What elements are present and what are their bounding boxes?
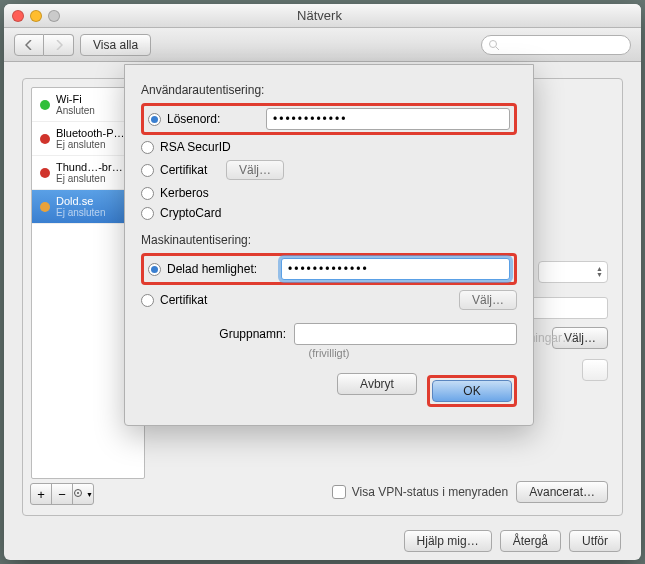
sidebar-controls: + − ▼ [31,483,94,505]
checkbox-label: Visa VPN-status i menyraden [352,485,509,499]
add-button[interactable]: + [30,483,52,505]
crypto-label: CryptoCard [160,206,221,220]
revert-button[interactable]: Återgå [500,530,561,552]
choose-cert-button[interactable]: Välj… [226,160,284,180]
group-label: Gruppnamn: [141,327,286,341]
sidebar-item-label: Thund…-br… [56,161,123,173]
network-prefs-window: Nätverk Visa alla Status: Ej ansluten Ko… [4,4,641,560]
gear-icon [73,488,85,500]
rsa-label: RSA SecurID [160,140,231,154]
highlight-ok-button: OK [427,375,517,407]
optional-hint: (frivilligt) [141,347,517,359]
panel-footer: Visa VPN-status i menyraden Avancerat… [332,481,608,503]
search-icon [488,39,500,51]
remove-button[interactable]: − [51,483,73,505]
password-input[interactable] [266,108,510,130]
toolbar: Visa alla [4,28,641,62]
gear-button[interactable]: ▼ [72,483,94,505]
password-label: Lösenord: [167,112,220,126]
auth-sheet: Användarautentisering: Lösenord: RSA Sec… [124,64,534,426]
sidebar-item-label: Dold.se [56,195,105,207]
choose-cert2-button[interactable]: Välj… [459,290,517,310]
zoom-icon [48,10,60,22]
chevron-down-icon: ▼ [86,491,93,498]
user-auth-heading: Användarautentisering: [141,83,517,97]
status-dot-icon [40,134,50,144]
radio-crypto[interactable] [141,207,154,220]
nav-back-forward [14,34,74,56]
kerberos-label: Kerberos [160,186,209,200]
help-button[interactable]: Hjälp mig… [404,530,492,552]
status-dot-icon [40,168,50,178]
checkbox-icon [332,485,346,499]
bottom-bar: Hjälp mig… Återgå Utför [4,530,641,552]
minimize-icon[interactable] [30,10,42,22]
radio-rsa[interactable] [141,141,154,154]
close-icon[interactable] [12,10,24,22]
radio-cert[interactable] [141,164,154,177]
back-button[interactable] [14,34,44,56]
group-input[interactable] [294,323,517,345]
titlebar: Nätverk [4,4,641,28]
radio-cert2[interactable] [141,294,154,307]
highlight-shared-secret-row: Delad hemlighet: [141,253,517,285]
cert-label: Certifikat [160,163,207,177]
bg-config-select[interactable]: ▲▼ [538,261,608,283]
sidebar-item-label: Bluetooth-P… [56,127,124,139]
sidebar-item-status: Ansluten [56,105,95,116]
radio-shared-secret[interactable] [148,263,161,276]
svg-point-0 [490,40,497,47]
apply-button[interactable]: Utför [569,530,621,552]
cancel-button[interactable]: Avbryt [337,373,417,395]
chevron-updown-icon: ▲▼ [596,266,603,278]
shared-secret-label: Delad hemlighet: [167,262,257,276]
highlight-password-row: Lösenord: [141,103,517,135]
status-dot-icon [40,100,50,110]
ok-button[interactable]: OK [432,380,512,402]
sidebar-item-label: Wi-Fi [56,93,95,105]
radio-password[interactable] [148,113,161,126]
window-title: Nätverk [60,8,579,23]
vpn-status-checkbox[interactable]: Visa VPN-status i menyraden [332,485,509,499]
shared-secret-input[interactable] [281,258,510,280]
modal-buttons: Avbryt OK [141,373,517,409]
machine-auth-heading: Maskinautentisering: [141,233,517,247]
sidebar-item-status: Ej ansluten [56,139,124,150]
bg-auth-button[interactable] [582,359,608,381]
svg-point-3 [77,492,79,494]
traffic-lights [12,10,60,22]
cert2-label: Certifikat [160,293,207,307]
show-all-button[interactable]: Visa alla [80,34,151,56]
advanced-button[interactable]: Avancerat… [516,481,608,503]
sidebar-item-status: Ej ansluten [56,207,105,218]
radio-kerberos[interactable] [141,187,154,200]
search-input[interactable] [481,35,631,55]
forward-button[interactable] [44,34,74,56]
status-dot-icon [40,202,50,212]
sidebar-item-status: Ej ansluten [56,173,123,184]
svg-line-1 [496,47,499,50]
